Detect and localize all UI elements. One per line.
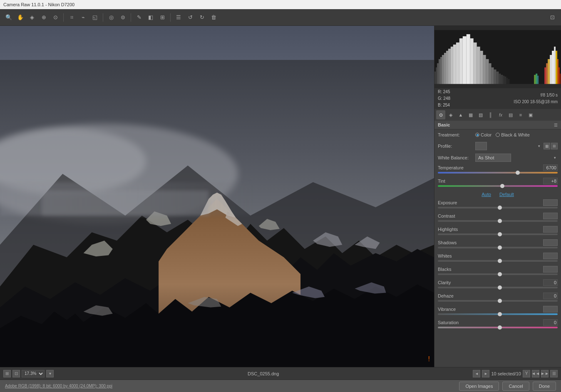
svg-rect-52 [508, 79, 509, 84]
blacks-thumb[interactable] [498, 272, 502, 276]
rotate-right[interactable]: ↻ [197, 13, 206, 22]
profile-grid-icon[interactable]: ▦ [544, 143, 550, 149]
redeye-tool[interactable]: ⊜ [118, 13, 127, 22]
contrast-thumb[interactable] [498, 219, 502, 223]
treatment-row: Treatment: Color Black & White [434, 129, 561, 140]
saturation-value[interactable] [543, 319, 558, 326]
white-balance-select[interactable]: As Shot Auto Daylight Cloudy Shade Tungs… [475, 154, 511, 162]
exposure-track [438, 207, 558, 208]
saturation-thumb[interactable] [498, 325, 502, 330]
tab-split-toning[interactable]: ▧ [476, 110, 485, 119]
crop-tool[interactable]: ⌗ [67, 13, 76, 22]
color-radio-circle [475, 133, 479, 137]
svg-rect-62 [556, 51, 557, 84]
done-button[interactable]: Done [533, 382, 556, 391]
tint-header: Tint [438, 178, 558, 184]
spot-removal-tool[interactable]: ◎ [107, 13, 116, 22]
clarity-value[interactable] [543, 279, 558, 286]
tab-detail[interactable]: ▲ [456, 110, 465, 119]
toolbar: 🔍 ✋ ◈ ⊕ ⊙ ⌗ ⌁ ◱ ◎ ⊜ ✎ ◧ ⊞ ☰ ↺ ↻ 🗑 ⊡ [0, 9, 561, 26]
open-in-bridge[interactable]: ⊡ [548, 13, 557, 22]
camera-info: f/8 1/50 s ISO 200 18-55@18 mm [514, 92, 558, 105]
prev-image-btn[interactable]: ◄ [473, 370, 480, 377]
svg-rect-60 [552, 51, 554, 84]
next-image-btn[interactable]: ► [482, 370, 489, 377]
file-info-link[interactable]: Adobe RGB (1998); 8 bit; 6000 by 4000 (2… [5, 384, 112, 388]
grid-view-btn[interactable]: ⊞ [3, 370, 11, 377]
snapshots-menu[interactable]: ☰ [174, 13, 183, 22]
filmstrip-menu[interactable]: ☰ [550, 370, 558, 377]
auto-button[interactable]: Auto [482, 192, 491, 197]
exposure-thumb[interactable] [498, 206, 502, 210]
profile-browse-icon[interactable]: ⊞ [551, 143, 558, 149]
vibrance-header: Vibrance [438, 306, 558, 313]
tab-basic[interactable]: ⊙ [436, 110, 445, 119]
open-images-button[interactable]: Open Images [459, 382, 499, 391]
tab-hsl[interactable]: ▦ [466, 110, 475, 119]
tint-track [438, 185, 558, 187]
svg-rect-29 [446, 51, 448, 84]
g-value: G: 248 [438, 95, 450, 102]
hand-tool[interactable]: ✋ [16, 13, 25, 22]
color-radio[interactable]: Color [475, 132, 491, 137]
filter-btn[interactable]: Y [523, 370, 530, 377]
zoom-select[interactable]: 17.3% [22, 370, 45, 377]
tint-thumb[interactable] [500, 184, 504, 188]
temperature-value[interactable] [543, 164, 558, 171]
zoom-tool[interactable]: 🔍 [4, 13, 13, 22]
blacks-track [438, 273, 558, 275]
color-sampler-tool[interactable]: ⊕ [39, 13, 48, 22]
profile-select[interactable] [475, 142, 487, 150]
radial-filter[interactable]: ⊞ [158, 13, 167, 22]
svg-rect-54 [536, 74, 537, 84]
panel-menu-icon[interactable]: ☰ [554, 123, 558, 127]
rotate-left[interactable]: ↺ [186, 13, 195, 22]
tint-value[interactable] [543, 178, 558, 184]
svg-rect-45 [494, 69, 496, 84]
tab-effects[interactable]: fx [496, 110, 505, 119]
aperture-shutter: f/8 1/50 s [514, 92, 558, 99]
target-adjustment-tool[interactable]: ⊙ [51, 13, 60, 22]
panel-tabs: ⊙ ◈ ▲ ▦ ▧ ║ fx ▤ ≡ ▣ [434, 109, 561, 121]
fullscreen-btn[interactable]: ⊡ [12, 370, 20, 377]
vibrance-thumb[interactable] [498, 312, 502, 316]
bw-radio[interactable]: Black & White [496, 132, 529, 137]
temperature-row: Temperature [434, 164, 561, 177]
temperature-thumb[interactable] [516, 171, 520, 175]
rgb-values: R: 245 G: 248 B: 254 [438, 89, 450, 109]
zoom-dropdown[interactable]: ▾ [46, 370, 54, 377]
default-button[interactable]: Default [499, 192, 514, 197]
svg-rect-44 [491, 67, 494, 84]
tab-snapshots[interactable]: ▣ [526, 110, 535, 119]
dehaze-thumb[interactable] [498, 299, 502, 303]
panel-content: Basic ☰ Treatment: Color Black & White [434, 121, 561, 367]
vibrance-label: Vibrance [438, 307, 456, 312]
svg-rect-33 [456, 42, 459, 84]
blacks-value [543, 266, 558, 273]
svg-rect-47 [499, 74, 501, 84]
treatment-options: Color Black & White [475, 132, 558, 137]
tab-lens[interactable]: ║ [486, 110, 495, 119]
shadows-row: Shadows [434, 238, 561, 252]
highlights-thumb[interactable] [498, 232, 502, 236]
svg-rect-42 [486, 59, 489, 84]
clarity-thumb[interactable] [498, 285, 502, 290]
svg-rect-41 [483, 55, 486, 84]
shadows-label: Shadows [438, 240, 457, 245]
adjustment-brush[interactable]: ✎ [134, 13, 144, 22]
trash-button[interactable]: 🗑 [209, 13, 218, 22]
filmstrip-nav-1[interactable]: ◄◄ [532, 370, 539, 377]
transform-tool[interactable]: ◱ [90, 13, 99, 22]
tab-tone-curve[interactable]: ◈ [446, 110, 455, 119]
cancel-button[interactable]: Cancel [502, 382, 529, 391]
tab-presets[interactable]: ≡ [516, 110, 525, 119]
dehaze-value[interactable] [543, 293, 558, 299]
tab-calibration[interactable]: ▤ [506, 110, 515, 119]
clarity-header: Clarity [438, 279, 558, 286]
white-balance-tool[interactable]: ◈ [27, 13, 37, 22]
filmstrip-nav-2[interactable]: ►► [541, 370, 549, 377]
graduated-filter[interactable]: ◧ [146, 13, 155, 22]
shadows-thumb[interactable] [498, 246, 502, 250]
straighten-tool[interactable]: ⌁ [79, 13, 88, 22]
whites-thumb[interactable] [498, 259, 502, 263]
